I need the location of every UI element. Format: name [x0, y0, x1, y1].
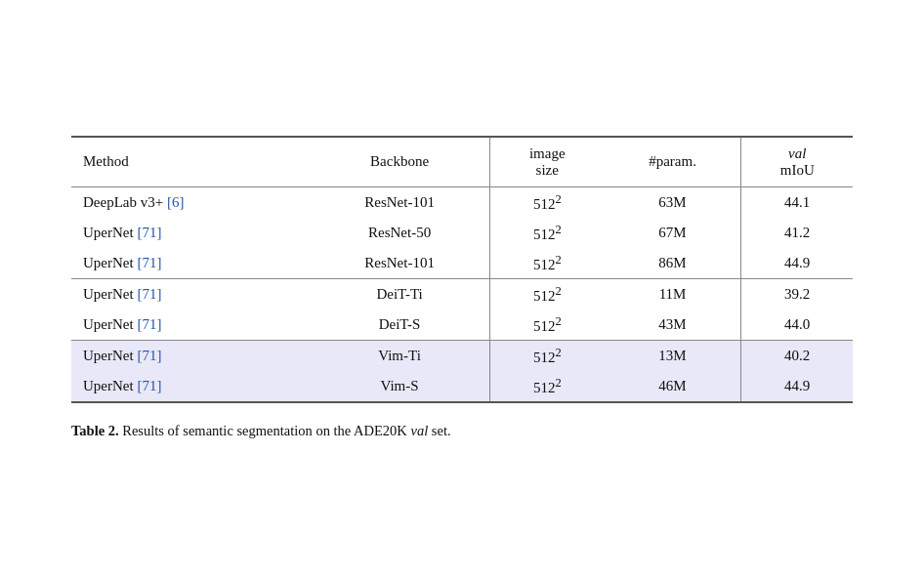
col-header-imgsize: imagesize	[489, 137, 604, 187]
cell-miou: 44.9	[741, 248, 853, 279]
cell-param: 43M	[605, 309, 741, 341]
cell-backbone: ResNet-50	[310, 218, 489, 248]
cell-param: 46M	[605, 371, 741, 402]
caption-text: Results of semantic segmentation on the …	[122, 423, 410, 438]
cell-method: UperNet [71]	[71, 218, 310, 248]
cell-method: UperNet [71]	[71, 371, 310, 402]
cell-imgsize: 5122	[489, 248, 604, 279]
cell-miou: 44.9	[741, 371, 853, 402]
cell-miou: 44.0	[741, 309, 853, 341]
citation-link[interactable]: [71]	[137, 255, 161, 270]
cell-method: UperNet [71]	[71, 248, 310, 279]
cell-imgsize: 5122	[489, 371, 604, 402]
cell-backbone: DeiT-Ti	[310, 278, 489, 309]
col-header-param: #param.	[605, 137, 741, 187]
cell-param: 11M	[605, 278, 741, 309]
col-header-backbone: Backbone	[310, 137, 489, 187]
cell-backbone: ResNet-101	[310, 248, 489, 279]
cell-imgsize: 5122	[489, 186, 604, 218]
cell-param: 67M	[605, 218, 741, 248]
cell-param: 13M	[605, 340, 741, 371]
cell-method: UperNet [71]	[71, 340, 310, 371]
col-header-method: Method	[71, 137, 310, 187]
cell-imgsize: 5122	[489, 340, 604, 371]
cell-method: DeepLab v3+ [6]	[71, 186, 310, 218]
cell-backbone: Vim-Ti	[310, 340, 489, 371]
cell-miou: 41.2	[741, 218, 853, 248]
cell-imgsize: 5122	[489, 218, 604, 248]
citation-link[interactable]: [6]	[167, 194, 185, 210]
citation-link[interactable]: [71]	[137, 225, 161, 240]
table-caption: Table 2. Results of semantic segmentatio…	[71, 421, 853, 442]
cell-backbone: ResNet-101	[310, 186, 489, 218]
cell-method: UperNet [71]	[71, 278, 310, 309]
cell-miou: 40.2	[741, 340, 853, 371]
cell-param: 86M	[605, 248, 741, 279]
cell-param: 63M	[605, 186, 741, 218]
col-header-miou: valmIoU	[741, 137, 853, 187]
citation-link[interactable]: [71]	[137, 378, 161, 393]
caption-label: Table 2.	[71, 423, 119, 438]
cell-backbone: Vim-S	[310, 371, 489, 402]
caption-italic: val	[410, 423, 428, 438]
results-table: Method Backbone imagesize #param. valmIo…	[71, 136, 853, 403]
page-container: Method Backbone imagesize #param. valmIo…	[42, 116, 882, 462]
cell-method: UperNet [71]	[71, 309, 310, 341]
cell-miou: 44.1	[741, 186, 853, 218]
cell-imgsize: 5122	[489, 309, 604, 341]
cell-imgsize: 5122	[489, 278, 604, 309]
cell-backbone: DeiT-S	[310, 309, 489, 341]
citation-link[interactable]: [71]	[137, 316, 161, 332]
caption-end: set.	[432, 423, 451, 438]
citation-link[interactable]: [71]	[137, 348, 161, 363]
cell-miou: 39.2	[741, 278, 853, 309]
citation-link[interactable]: [71]	[137, 286, 161, 302]
